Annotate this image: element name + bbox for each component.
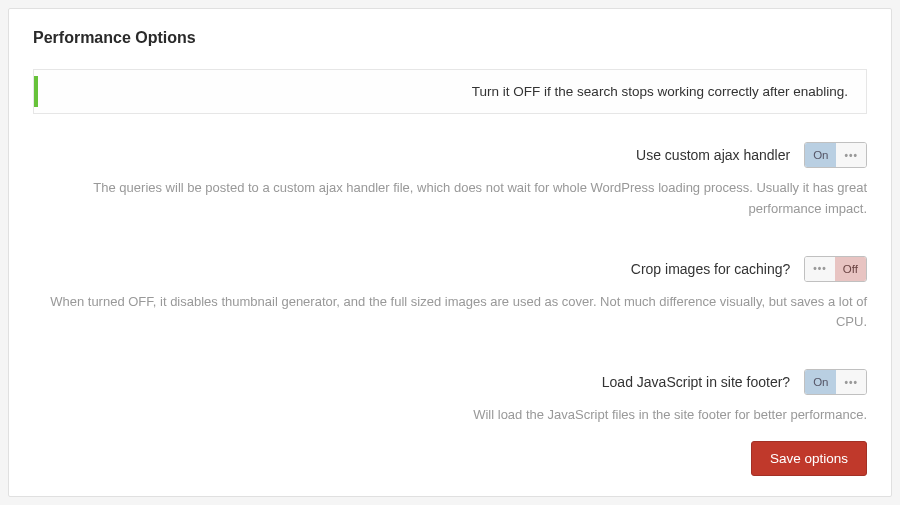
ajax-handler-desc: The queries will be posted to a custom a… xyxy=(33,178,867,220)
panel-title: Performance Options xyxy=(33,29,867,47)
crop-images-toggle[interactable]: ••• Off xyxy=(804,256,867,282)
alert-box: Turn it OFF if the search stops working … xyxy=(33,69,867,114)
toggle-on-label: On xyxy=(805,143,836,167)
toggle-handle-icon: ••• xyxy=(805,257,835,281)
js-footer-desc: Will load the JavaScript files in the si… xyxy=(33,405,867,426)
crop-images-label: Crop images for caching? xyxy=(631,261,791,277)
crop-images-desc: When turned OFF, it disables thumbnail g… xyxy=(33,292,867,334)
option-ajax-handler: Use custom ajax handler On ••• The queri… xyxy=(33,142,867,220)
save-options-button[interactable]: Save options xyxy=(751,441,867,476)
toggle-handle-icon: ••• xyxy=(836,370,866,394)
ajax-handler-toggle[interactable]: On ••• xyxy=(804,142,867,168)
toggle-off-label: Off xyxy=(835,257,866,281)
alert-text: Turn it OFF if the search stops working … xyxy=(50,84,850,99)
option-header: Use custom ajax handler On ••• xyxy=(33,142,867,168)
toggle-handle-icon: ••• xyxy=(836,143,866,167)
toggle-on-label: On xyxy=(805,370,836,394)
js-footer-toggle[interactable]: On ••• xyxy=(804,369,867,395)
option-header: Crop images for caching? ••• Off xyxy=(33,256,867,282)
js-footer-label: Load JavaScript in site footer? xyxy=(602,374,790,390)
save-row: Save options xyxy=(751,441,867,476)
performance-options-panel: Performance Options Turn it OFF if the s… xyxy=(8,8,892,497)
option-crop-images: Crop images for caching? ••• Off When tu… xyxy=(33,256,867,334)
option-header: Load JavaScript in site footer? On ••• xyxy=(33,369,867,395)
ajax-handler-label: Use custom ajax handler xyxy=(636,147,790,163)
option-js-footer: Load JavaScript in site footer? On ••• W… xyxy=(33,369,867,426)
